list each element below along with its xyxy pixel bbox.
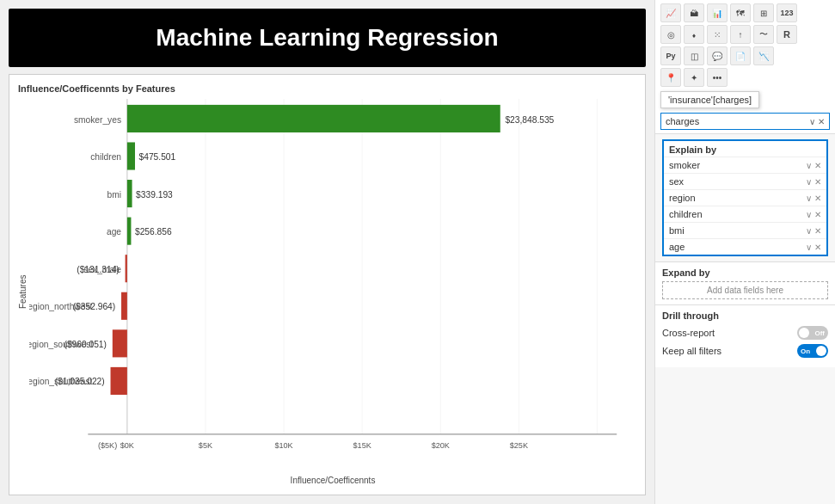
- chart-body: $23,848.535 smoker_yes $475.501 children…: [29, 99, 636, 484]
- explain-label-age: age: [669, 242, 685, 252]
- field-input-row[interactable]: charges ∨ ✕: [660, 113, 830, 130]
- icon-wave[interactable]: 〜: [753, 25, 774, 44]
- explain-label-bmi: bmi: [669, 225, 685, 236]
- x-tick-5: $20K: [432, 441, 450, 450]
- close-icon-smoker[interactable]: ✕: [814, 161, 821, 170]
- right-panel: 📈 🏔 📊 🗺 ⊞ 123 ◎ ⬧ ⁙ ↑ 〜 R Py ◫ 💬 📄 📉 📍 ✦…: [654, 0, 835, 504]
- explain-item-region: region ∨ ✕: [664, 189, 826, 206]
- toggle-knob-on: [816, 346, 826, 356]
- icon-dots[interactable]: •••: [707, 68, 728, 87]
- icon-R[interactable]: R: [777, 25, 797, 44]
- cross-report-label: Cross-report: [662, 328, 715, 338]
- bar-label-bmi: $339.193: [136, 190, 173, 200]
- close-icon[interactable]: ✕: [818, 117, 825, 126]
- chevron-icon-smoker[interactable]: ∨: [806, 161, 812, 170]
- icon-chart2[interactable]: 📉: [753, 46, 774, 65]
- y-label-rn: region_northwest: [29, 302, 93, 311]
- y-label-bmi: bmi: [107, 190, 121, 200]
- close-icon-sex[interactable]: ✕: [814, 177, 821, 187]
- explain-item-bmi: bmi ∨ ✕: [664, 222, 826, 238]
- bar-sex-male[interactable]: [126, 255, 127, 282]
- explain-label-sex: sex: [669, 176, 684, 187]
- y-label-children: children: [90, 152, 121, 162]
- icon-star[interactable]: ✦: [684, 68, 704, 87]
- x-tick-3: $10K: [274, 441, 292, 450]
- y-label-sex-male: sex_male: [83, 265, 121, 274]
- x-tick-0: ($5K): [98, 441, 117, 450]
- x-tick-4: $15K: [353, 441, 371, 450]
- chevron-icon-age[interactable]: ∨: [806, 243, 812, 252]
- explain-label-region: region: [669, 193, 696, 203]
- icon-bar-chart[interactable]: 📊: [707, 3, 728, 22]
- icon-funnel[interactable]: ⬧: [684, 25, 704, 44]
- chevron-icon[interactable]: ∨: [809, 117, 815, 126]
- y-axis-label: Features: [18, 99, 28, 484]
- bar-children[interactable]: [127, 142, 135, 169]
- toolbar-row-1: 📈 🏔 📊 🗺 ⊞ 123: [660, 3, 830, 22]
- icon-gauge[interactable]: ◎: [660, 25, 681, 44]
- bar-region-southeast[interactable]: [111, 367, 127, 395]
- toggle-knob-off: [799, 328, 809, 338]
- explain-item-icons-bmi: ∨ ✕: [806, 226, 821, 236]
- drill-through-section: Drill through Cross-report Off Keep all …: [655, 304, 835, 367]
- toggle-on-text: On: [801, 347, 810, 355]
- icon-line-chart[interactable]: 📈: [660, 3, 681, 22]
- chevron-icon-sex[interactable]: ∨: [806, 177, 812, 187]
- explain-item-children: children ∨ ✕: [664, 206, 826, 222]
- chevron-icon-children[interactable]: ∨: [806, 210, 812, 219]
- bar-label-children: $475.501: [139, 152, 176, 162]
- toolbar-top: 📈 🏔 📊 🗺 ⊞ 123 ◎ ⬧ ⁙ ↑ 〜 R Py ◫ 💬 📄 📉 📍 ✦…: [655, 0, 835, 134]
- chart-container: Influence/Coefficennts by Features Featu…: [9, 74, 646, 495]
- close-icon-children[interactable]: ✕: [814, 210, 821, 219]
- toolbar-row-4: 📍 ✦ •••: [660, 68, 830, 87]
- x-tick-2: $5K: [199, 441, 212, 450]
- keep-all-filters-label: Keep all filters: [662, 346, 721, 356]
- chevron-icon-bmi[interactable]: ∨: [806, 226, 812, 236]
- icon-table[interactable]: ⊞: [753, 3, 774, 22]
- chevron-icon-region[interactable]: ∨: [806, 194, 812, 203]
- add-fields-box[interactable]: Add data fields here: [662, 281, 828, 299]
- x-axis-label: Influence/Coefficennts: [29, 476, 636, 485]
- icon-speech[interactable]: 💬: [707, 46, 728, 65]
- expand-by-title: Expand by: [662, 267, 828, 278]
- icon-page[interactable]: 📄: [730, 46, 751, 65]
- bars-area: $23,848.535 smoker_yes $475.501 children…: [29, 99, 636, 474]
- explain-item-smoker: smoker ∨ ✕: [664, 157, 826, 173]
- icon-python[interactable]: Py: [660, 46, 681, 65]
- bar-age[interactable]: [127, 218, 132, 245]
- explain-item-age: age ∨ ✕: [664, 238, 826, 255]
- explain-by-title: Explain by: [664, 141, 826, 157]
- tooltip-bubble: 'insurance'[charges]: [660, 91, 759, 108]
- icon-number[interactable]: 123: [777, 3, 797, 22]
- icon-visual[interactable]: ◫: [684, 46, 704, 65]
- explain-label-smoker: smoker: [669, 160, 700, 170]
- cross-report-toggle[interactable]: Off: [797, 326, 828, 340]
- icon-arrow-up[interactable]: ↑: [730, 25, 751, 44]
- bar-region-southwest[interactable]: [113, 329, 127, 357]
- x-tick-1: $0K: [120, 441, 134, 450]
- bar-bmi[interactable]: [127, 180, 132, 207]
- close-icon-age[interactable]: ✕: [814, 243, 821, 252]
- close-icon-region[interactable]: ✕: [814, 194, 821, 203]
- bar-region-northwest[interactable]: [121, 292, 127, 320]
- explain-item-sex: sex ∨ ✕: [664, 173, 826, 189]
- explain-label-children: children: [669, 209, 703, 219]
- icon-area-chart[interactable]: 🏔: [684, 3, 704, 22]
- explain-item-icons-children: ∨ ✕: [806, 210, 821, 219]
- close-icon-bmi[interactable]: ✕: [814, 226, 821, 236]
- icon-pin[interactable]: 📍: [660, 68, 681, 87]
- bar-label-smoker-yes: $23,848.535: [505, 114, 554, 124]
- page-title: Machine Learning Regression: [9, 9, 646, 67]
- y-label-age: age: [107, 227, 121, 237]
- icon-map[interactable]: 🗺: [730, 3, 751, 22]
- chart-inner: Features: [18, 99, 636, 484]
- keep-filters-toggle[interactable]: On: [797, 344, 828, 358]
- bar-chart-svg: $23,848.535 smoker_yes $475.501 children…: [29, 99, 636, 474]
- x-tick-6: $25K: [510, 441, 528, 450]
- explain-item-icons-age: ∨ ✕: [806, 243, 821, 252]
- drill-through-title: Drill through: [662, 310, 828, 321]
- bar-smoker-yes[interactable]: [127, 105, 500, 132]
- y-label-smoker-yes: smoker_yes: [74, 114, 121, 124]
- icon-scatter[interactable]: ⁙: [707, 25, 728, 44]
- explain-item-icons-region: ∨ ✕: [806, 194, 821, 203]
